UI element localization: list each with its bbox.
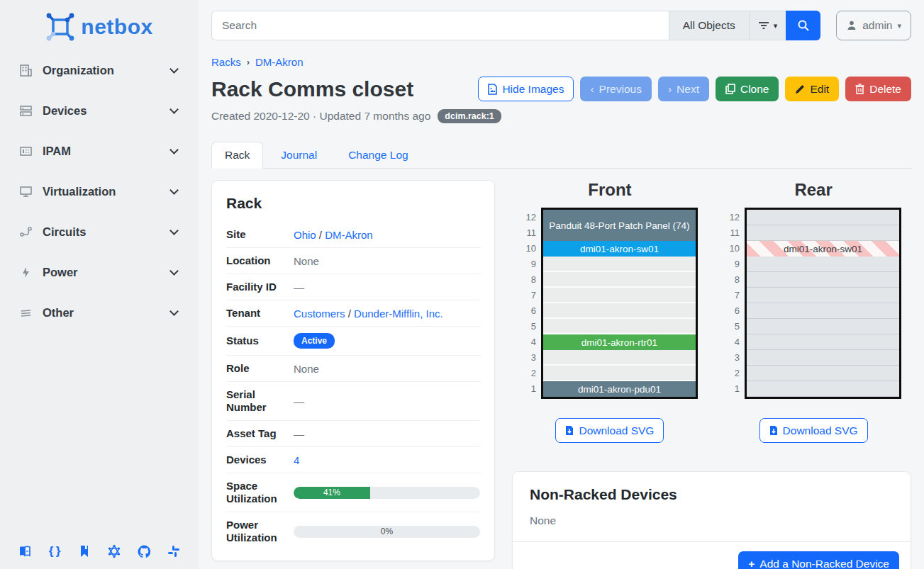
image-file-icon [488,84,497,95]
site-link[interactable]: DM-Akron [325,229,373,241]
page-header: Rack Comms closet Hide Images ‹ Previous… [211,77,911,101]
search-filter-button[interactable]: ▾ [749,11,786,40]
tab-rack[interactable]: Rack [211,142,263,169]
tenant-link[interactable]: Dunder-Mifflin, Inc. [354,308,443,320]
empty-rack-slot[interactable] [543,257,696,272]
rack-device[interactable]: dmi01-akron-sw01 [747,241,899,257]
delete-button[interactable]: Delete [845,77,911,101]
sidebar-item-organization[interactable]: Organization [18,60,180,81]
rear-elevation: Rear 121110987654321 dmi01-akron-sw01 Do… [716,180,911,443]
empty-rack-slot[interactable] [543,303,696,319]
delete-label: Delete [869,83,901,96]
empty-rack-slot[interactable] [747,366,899,381]
previous-button[interactable]: ‹ Previous [580,77,651,101]
space-utilization-bar: 41% [294,487,480,499]
tab-change-log[interactable]: Change Log [335,142,421,169]
github-icon[interactable] [136,543,152,559]
next-button[interactable]: › Next [658,77,709,101]
edit-button[interactable]: Edit [785,77,839,101]
created-updated-text: Created 2020-12-20 · Updated 7 months ag… [211,110,430,123]
copy-icon [725,84,735,94]
front-elevation-title: Front [588,180,631,200]
unit-number: 5 [522,319,536,334]
sidebar-item-label: Other [43,306,171,320]
sidebar-item-label: Circuits [43,225,171,239]
unit-number: 12 [725,210,740,225]
attr-label: Serial Number [226,388,294,414]
empty-rack-slot[interactable] [543,350,696,366]
sidebar-item-other[interactable]: Other [18,302,180,323]
netbox-logo-icon [45,12,75,42]
front-elevation: Front 121110987654321 Panduit 48-Port Pa… [512,180,708,443]
search-icon [797,19,810,32]
unit-number: 6 [725,303,740,319]
sidebar-item-label: Virtualization [43,185,171,198]
add-non-racked-device-label: Add a Non-Racked Device [759,558,889,569]
sidebar-item-devices[interactable]: Devices [18,100,180,121]
bookmark-icon[interactable] [77,543,92,559]
empty-rack-slot[interactable] [747,334,899,350]
rack-device[interactable]: dmi01-akron-sw01 [543,241,696,257]
sidebar-item-ipam[interactable]: IPAM [18,140,180,162]
attr-row-facility-id: Facility ID — [226,274,480,300]
front-download-svg-button[interactable]: Download SVG [555,418,664,443]
empty-rack-slot[interactable] [543,288,696,303]
file-download-icon [565,425,574,436]
sidebar-nav: Organization Devices IPAM Virtualization [0,60,199,323]
global-search: All Objects ▾ [211,11,820,40]
breadcrumb-site-link[interactable]: DM-Akron [255,56,304,68]
empty-rack-slot[interactable] [747,350,899,366]
sidebar-item-circuits[interactable]: Circuits [18,221,180,242]
empty-rack-slot[interactable] [747,225,899,241]
sidebar-item-virtualization[interactable]: Virtualization [18,181,180,202]
object-type-badge: dcim.rack:1 [438,109,501,123]
empty-rack-slot[interactable] [747,272,899,288]
netbox-logo[interactable]: netbox [0,9,199,45]
rear-unit-numbers: 121110987654321 [725,210,740,399]
empty-rack-slot[interactable] [747,288,899,303]
search-input[interactable] [211,11,669,40]
elevations: Front 121110987654321 Panduit 48-Port Pa… [512,180,911,443]
search-submit-button[interactable] [786,11,820,40]
site-group-link[interactable]: Ohio [294,229,316,241]
user-menu-button[interactable]: admin ▾ [836,11,911,40]
hide-images-button[interactable]: Hide Images [478,77,574,101]
main-content: All Objects ▾ admin ▾ Racks › DM-Akron R… [199,11,924,569]
sidebar-item-label: IPAM [43,145,171,158]
status-badge: Active [294,333,335,349]
slack-icon[interactable] [166,543,182,559]
attr-label: Power Utilization [226,519,294,544]
tenant-group-link[interactable]: Customers [294,308,345,320]
search-scope-button[interactable]: All Objects [669,11,749,40]
empty-rack-slot[interactable] [543,272,696,288]
empty-rack-slot[interactable] [543,366,696,381]
breadcrumb-racks-link[interactable]: Racks [211,56,241,68]
rack-device[interactable]: Panduit 48-Port Patch Panel (74) [543,210,696,241]
empty-rack-slot[interactable] [747,257,899,272]
docs-book-icon[interactable] [17,543,33,559]
empty-rack-slot[interactable] [747,210,899,225]
chevron-down-icon [169,64,179,74]
empty-rack-slot[interactable] [747,381,899,397]
rack-device[interactable]: dmi01-akron-pdu01 [543,381,696,397]
rear-rack: dmi01-akron-sw01 [745,208,901,399]
clone-button[interactable]: Clone [716,77,779,101]
rack-device[interactable]: dmi01-akron-rtr01 [543,334,696,350]
attr-label: Devices [226,453,294,466]
empty-rack-slot[interactable] [747,303,899,319]
unit-number: 1 [522,381,536,397]
unit-number: 2 [725,366,740,381]
empty-rack-slot[interactable] [543,319,696,334]
unit-number: 1 [725,381,740,397]
sidebar: netbox Organization Devices IPAM [0,0,199,569]
devices-count-link[interactable]: 4 [294,454,299,466]
tab-journal[interactable]: Journal [267,142,330,169]
code-braces-icon[interactable]: { } [47,543,62,559]
graphql-icon[interactable] [106,543,122,559]
add-non-racked-device-button[interactable]: + Add a Non-Racked Device [738,551,899,569]
empty-rack-slot[interactable] [747,319,899,334]
power-utilization-label: 0% [294,526,480,538]
rear-download-svg-button[interactable]: Download SVG [759,418,868,443]
sidebar-item-power[interactable]: Power [18,261,180,283]
sidebar-item-label: Power [43,266,171,279]
